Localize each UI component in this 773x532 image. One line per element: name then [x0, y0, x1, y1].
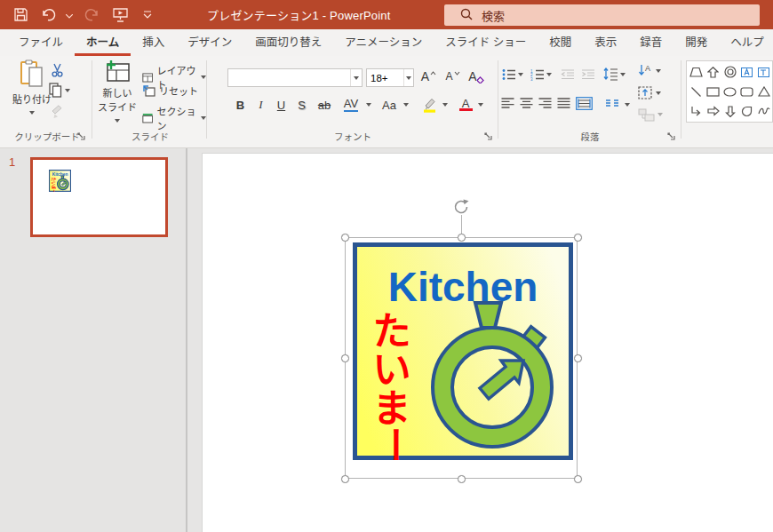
- redo-icon: [83, 5, 102, 25]
- resize-handle-top-center[interactable]: [458, 234, 466, 242]
- resize-handle-bottom-left[interactable]: [341, 475, 349, 483]
- shape-triangle-icon[interactable]: [755, 82, 772, 101]
- shape-scribble-icon[interactable]: [755, 101, 772, 121]
- change-case-chevron-icon: [403, 103, 409, 107]
- numbering-button[interactable]: 123: [530, 67, 545, 82]
- align-right-button[interactable]: [538, 98, 552, 112]
- increase-indent-button: [580, 67, 595, 82]
- tab-review[interactable]: 校閲: [538, 29, 583, 56]
- font-size-input[interactable]: [367, 69, 403, 86]
- shape-rectangle-icon[interactable]: [705, 82, 721, 101]
- tab-slideshow[interactable]: スライド ショー: [434, 29, 538, 56]
- drawing-group: [684, 56, 773, 147]
- tab-insert[interactable]: 挿入: [131, 29, 176, 56]
- tab-view[interactable]: 表示: [583, 29, 628, 56]
- font-name-combobox[interactable]: [227, 68, 363, 87]
- clear-formatting-button[interactable]: A: [467, 67, 486, 86]
- line-spacing-button[interactable]: [603, 67, 618, 82]
- paragraph-dialog-launcher-icon[interactable]: [667, 132, 677, 142]
- font-group: A A A B I U S ab AV Aa A: [208, 56, 498, 147]
- text-direction-button[interactable]: A: [638, 63, 661, 78]
- slide-1-thumbnail[interactable]: Kitchen たいまー: [30, 157, 168, 237]
- resize-handle-middle-left[interactable]: [341, 354, 349, 362]
- rotation-handle-icon[interactable]: [452, 198, 470, 216]
- underline-button[interactable]: U: [272, 95, 291, 115]
- font-size-combobox[interactable]: [366, 68, 414, 87]
- paste-button[interactable]: 貼り付け: [12, 60, 52, 116]
- resize-handle-bottom-center[interactable]: [458, 475, 466, 483]
- shape-down-arrow-icon[interactable]: [721, 101, 738, 121]
- shape-right-arrow-icon[interactable]: [705, 101, 721, 121]
- align-left-button[interactable]: [501, 98, 514, 112]
- justify-button[interactable]: [557, 98, 570, 112]
- tab-file[interactable]: ファイル: [7, 29, 75, 56]
- align-center-button[interactable]: [520, 98, 533, 112]
- section-button[interactable]: セクション: [142, 104, 206, 132]
- cut-button[interactable]: [50, 62, 65, 77]
- distribute-text-button[interactable]: [576, 97, 593, 113]
- copy-button[interactable]: [48, 83, 70, 98]
- save-icon[interactable]: [11, 5, 30, 25]
- bullets-button[interactable]: [501, 67, 516, 82]
- search-placeholder: 検索: [482, 7, 505, 24]
- increase-font-size-button[interactable]: A: [419, 67, 438, 86]
- search-box[interactable]: 検索: [444, 4, 760, 26]
- shape-elbow-connector-icon[interactable]: [688, 101, 705, 121]
- bold-button[interactable]: B: [231, 95, 250, 115]
- undo-chevron-icon[interactable]: [66, 9, 75, 21]
- change-case-button[interactable]: Aa: [377, 95, 402, 115]
- character-spacing-button[interactable]: AV: [338, 95, 364, 115]
- shape-rounded-rectangle-icon[interactable]: [738, 82, 755, 101]
- resize-handle-top-right[interactable]: [574, 234, 582, 242]
- columns-button[interactable]: [605, 99, 619, 112]
- tab-animations[interactable]: アニメーション: [333, 29, 434, 56]
- slides-group: 新しい スライド レイアウト リセット セクション スライド: [94, 56, 206, 147]
- italic-button[interactable]: I: [251, 95, 270, 115]
- new-slide-button[interactable]: 新しい スライド: [96, 60, 139, 124]
- resize-handle-top-left[interactable]: [341, 234, 349, 242]
- reset-button[interactable]: リセット: [142, 83, 198, 98]
- font-dialog-launcher-icon[interactable]: [484, 132, 494, 142]
- tab-help[interactable]: ヘルプ: [719, 29, 773, 56]
- tab-transitions[interactable]: 画面切り替え: [243, 29, 333, 56]
- shape-donut-icon[interactable]: [721, 62, 738, 82]
- paragraph-group-label: 段落: [499, 130, 681, 143]
- tab-recording[interactable]: 録音: [628, 29, 673, 56]
- bullets-chevron-icon: [518, 73, 523, 76]
- shape-vertical-text-box-icon[interactable]: [755, 62, 772, 82]
- copy-chevron-icon: [65, 89, 70, 92]
- shape-up-arrow-icon[interactable]: [705, 62, 721, 82]
- new-slide-label-2: スライド: [96, 99, 139, 124]
- text-direction-chevron-icon: [656, 69, 661, 73]
- resize-handle-middle-right[interactable]: [574, 354, 582, 362]
- kitchen-title-text: Kitchen: [388, 264, 538, 310]
- start-slideshow-icon[interactable]: [110, 5, 130, 25]
- highlight-color-button[interactable]: [419, 95, 441, 115]
- tab-design[interactable]: デザイン: [176, 29, 243, 56]
- text-shadow-button[interactable]: S: [292, 95, 311, 115]
- decrease-font-size-button[interactable]: A: [443, 67, 462, 86]
- shape-teardrop-icon[interactable]: [738, 101, 755, 121]
- clipboard-dialog-launcher-icon[interactable]: [77, 132, 87, 142]
- undo-icon[interactable]: [38, 5, 58, 25]
- tab-home[interactable]: ホーム: [75, 29, 131, 56]
- slide-thumbnail-panel: 1 Kitchen たいまー: [0, 148, 187, 532]
- resize-handle-bottom-right[interactable]: [574, 475, 582, 483]
- align-text-chevron-icon: [656, 91, 661, 95]
- convert-to-smartart-button: [638, 107, 663, 122]
- shape-trapezoid-icon[interactable]: [688, 62, 705, 82]
- font-color-swatch: [459, 108, 473, 111]
- align-text-button[interactable]: [638, 86, 661, 100]
- shape-ellipse-icon[interactable]: [721, 82, 738, 101]
- kitchen-timer-picture[interactable]: Kitchen た い ま ー: [353, 242, 573, 460]
- shape-line-icon[interactable]: [688, 82, 705, 101]
- shape-text-box-icon[interactable]: [738, 62, 755, 82]
- paragraph-group: 123 A: [499, 56, 681, 147]
- tab-developer[interactable]: 開発: [673, 29, 719, 56]
- strikethrough-button[interactable]: ab: [313, 95, 336, 115]
- character-spacing-chevron-icon: [366, 103, 371, 107]
- font-name-input[interactable]: [228, 69, 350, 86]
- qat-customize-icon[interactable]: [138, 5, 157, 25]
- font-color-button[interactable]: A: [455, 95, 476, 115]
- line-spacing-chevron-icon: [620, 73, 626, 76]
